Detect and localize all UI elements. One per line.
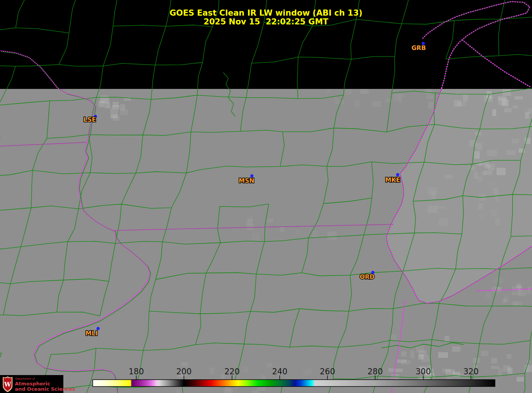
- cloud-patch: [487, 150, 497, 156]
- cloud-patch: [427, 205, 437, 213]
- goes-satellite-viewer: GRBLSEMSNMKEORDMLI GOES East Clean IR LW…: [0, 0, 532, 393]
- cloud-patch: [497, 168, 506, 175]
- colorbar-label-200: 200: [176, 367, 192, 376]
- cloud-patch: [452, 346, 460, 352]
- cloud-patch: [525, 112, 529, 119]
- cloud-patch: [506, 150, 516, 155]
- cloud-patch: [503, 365, 510, 372]
- cloud-patch: [397, 359, 406, 363]
- cloud-patch: [437, 206, 445, 209]
- station-label-GRB: GRB: [411, 44, 426, 52]
- cloud-patch: [252, 391, 258, 393]
- cloud-patch: [252, 233, 260, 240]
- title-line-2: 2025 Nov 15 22:02:25 GMT: [204, 17, 329, 26]
- cloud-patch: [431, 191, 435, 199]
- logo-dept-line: Department of: [15, 377, 35, 380]
- cloud-patch: [438, 218, 448, 226]
- cloud-patch: [468, 167, 475, 170]
- cloud-patch: [334, 97, 338, 100]
- cloud-patch: [493, 188, 498, 194]
- cloud-patch: [485, 292, 491, 298]
- cloud-patch: [394, 369, 403, 372]
- logo-name-line-1: Atmospheric: [15, 381, 50, 387]
- cloud-patch: [445, 369, 455, 374]
- cloud-patch: [498, 369, 503, 375]
- cloud-patch: [176, 389, 180, 393]
- cloud-patch: [242, 367, 248, 373]
- cloud-patch: [492, 109, 496, 116]
- cloud-patch: [111, 114, 118, 118]
- colorbar-label-240: 240: [272, 367, 287, 376]
- station-label-LSE: LSE: [84, 116, 96, 123]
- colorbar-label-320: 320: [463, 367, 479, 376]
- cloud-patch: [110, 108, 118, 113]
- cloud-patch: [504, 108, 512, 112]
- cloud-patch: [398, 99, 403, 103]
- cloud-patch: [181, 362, 188, 366]
- cloud-patch: [327, 232, 337, 240]
- cloud-patch: [517, 377, 524, 382]
- cloud-patch: [335, 100, 344, 104]
- cloud-patch: [498, 96, 506, 100]
- cloud-patch: [312, 231, 318, 238]
- cloud-patch: [481, 351, 488, 356]
- title-line-1: GOES East Clean IR LW window (ABI ch 13): [169, 8, 362, 18]
- cloud-patch: [445, 175, 453, 179]
- cloud-patch: [372, 101, 381, 107]
- logo-name-line-2: and Oceanic Sciences: [15, 386, 75, 392]
- cloud-patch: [504, 295, 509, 302]
- colorbar-label-260: 260: [320, 367, 335, 376]
- station-label-ORD: ORD: [360, 273, 374, 280]
- cloud-patch: [481, 172, 485, 175]
- cloud-patch: [267, 219, 274, 222]
- cloud-patch: [478, 203, 483, 209]
- colorbar-label-180: 180: [129, 367, 144, 376]
- uw-monogram: W: [4, 381, 11, 388]
- cloud-patch: [345, 89, 352, 94]
- cloud-patch: [488, 182, 495, 187]
- cloud-patch: [247, 219, 253, 225]
- cloud-patch: [495, 218, 500, 225]
- cloud-patch: [514, 96, 523, 100]
- cloud-patch: [327, 89, 331, 93]
- colorbar-gradient-bar: [93, 380, 495, 387]
- cloud-patch: [98, 101, 105, 107]
- cloud-patch: [296, 229, 301, 235]
- station-label-MKE: MKE: [385, 176, 400, 184]
- cloud-patch: [490, 210, 498, 217]
- cloud-patch: [401, 351, 406, 357]
- cloud-patch: [399, 94, 405, 98]
- cloud-patch: [428, 102, 434, 109]
- cloud-patch: [512, 139, 519, 143]
- colorbar-label-300: 300: [416, 367, 431, 376]
- cloud-patch: [389, 368, 393, 372]
- cloud-patch: [210, 367, 214, 374]
- cloud-patch: [474, 151, 480, 159]
- colorbar-label-220: 220: [224, 367, 240, 376]
- cloud-patch: [305, 368, 312, 373]
- satellite-map-image: GRBLSEMSNMKEORDMLI GOES East Clean IR LW…: [0, 0, 532, 393]
- cloud-patch: [476, 161, 482, 166]
- station-label-MSN: MSN: [239, 177, 255, 184]
- cloud-patch: [457, 102, 466, 106]
- cloud-patch: [507, 354, 511, 359]
- cloud-patch: [474, 172, 478, 179]
- cloud-patch: [280, 226, 284, 232]
- cloud-patch: [120, 104, 125, 111]
- cloud-patch: [463, 95, 468, 101]
- cloud-patch: [478, 176, 482, 182]
- cloud-patch: [517, 286, 522, 291]
- cloud-patch: [479, 214, 485, 219]
- cloud-patch: [476, 143, 482, 150]
- cloud-patch: [416, 345, 424, 353]
- cloud-patch: [410, 351, 414, 358]
- station-LSE: LSE: [84, 115, 97, 123]
- cloud-patch: [491, 366, 499, 369]
- cloud-patch: [495, 194, 499, 202]
- colorbar-label-280: 280: [368, 367, 383, 376]
- cloud-patch: [512, 292, 521, 295]
- cloud-patch: [421, 355, 429, 362]
- station-label-MLI: MLI: [85, 330, 98, 337]
- cloud-patch: [513, 105, 518, 108]
- cloud-patch: [438, 352, 448, 358]
